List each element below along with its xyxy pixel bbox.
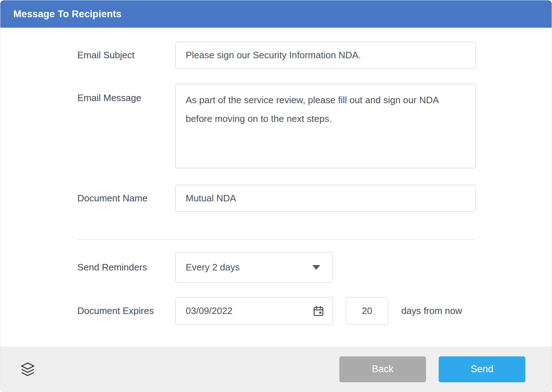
document-expires-label: Document Expires [77,297,175,325]
document-name-row: Document Name [0,185,552,212]
modal-header: Message To Recipients [0,0,552,28]
document-name-input[interactable] [175,185,476,212]
message-to-recipients-modal: Message To Recipients Email Subject Emai… [0,0,552,392]
send-reminders-label: Send Reminders [77,252,175,283]
email-message-label: Email Message [77,84,175,170]
section-divider [77,239,475,240]
document-expires-date-input[interactable]: 03/09/2022 [175,297,333,325]
chevron-down-icon [312,265,320,270]
modal-footer: Back Send [0,347,552,392]
page-title: Message To Recipients [13,9,122,20]
days-from-now-text: days from now [401,297,462,325]
document-expires-date-value: 03/09/2022 [186,305,232,316]
email-subject-label: Email Subject [77,42,175,69]
expires-days-input[interactable] [346,297,388,325]
document-expires-row: Document Expires 03/09/2022 days from no… [0,297,552,325]
back-button[interactable]: Back [339,356,426,382]
email-subject-input[interactable] [175,42,476,69]
email-message-row: Email Message As part of the service rev… [0,84,552,170]
document-name-label: Document Name [77,185,175,212]
email-message-textarea[interactable]: As part of the service review, please fi… [175,84,476,168]
modal-body: Email Subject Email Message As part of t… [0,28,552,325]
send-reminders-row: Send Reminders Every 2 days [0,252,552,283]
layers-icon[interactable] [19,360,36,378]
calendar-icon[interactable] [312,305,325,317]
send-reminders-selected-value: Every 2 days [186,262,240,273]
send-button[interactable]: Send [439,356,525,382]
send-reminders-select[interactable]: Every 2 days [175,252,333,283]
email-subject-row: Email Subject [0,42,552,69]
